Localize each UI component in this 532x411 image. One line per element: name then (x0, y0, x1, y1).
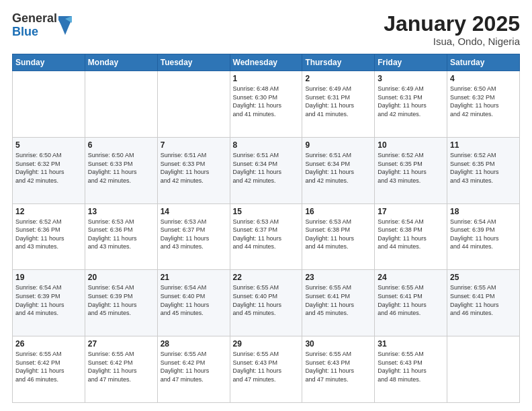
calendar-cell: 5Sunrise: 6:50 AM Sunset: 6:32 PM Daylig… (13, 137, 85, 203)
calendar-cell: 2Sunrise: 6:49 AM Sunset: 6:31 PM Daylig… (302, 71, 375, 138)
day-number: 25 (450, 273, 517, 282)
day-number: 5 (15, 140, 82, 150)
logo-text: General Blue (12, 12, 57, 39)
day-number: 22 (233, 273, 300, 282)
day-number: 7 (161, 140, 227, 150)
day-number: 18 (450, 207, 517, 216)
logo: General Blue (12, 12, 72, 39)
day-number: 27 (88, 339, 154, 349)
day-number: 21 (161, 273, 227, 282)
day-number: 13 (88, 207, 154, 216)
logo-general: General (12, 12, 57, 26)
day-number: 2 (305, 74, 371, 83)
calendar-body: 1Sunrise: 6:48 AM Sunset: 6:30 PM Daylig… (13, 71, 520, 403)
day-info: Sunrise: 6:50 AM Sunset: 6:32 PM Dayligh… (15, 151, 82, 185)
calendar-cell: 22Sunrise: 6:55 AM Sunset: 6:40 PM Dayli… (230, 270, 302, 336)
week-row-1: 5Sunrise: 6:50 AM Sunset: 6:32 PM Daylig… (13, 137, 520, 203)
day-number: 10 (378, 140, 444, 150)
day-info: Sunrise: 6:51 AM Sunset: 6:34 PM Dayligh… (233, 151, 300, 185)
week-row-3: 19Sunrise: 6:54 AM Sunset: 6:39 PM Dayli… (13, 270, 520, 336)
day-info: Sunrise: 6:53 AM Sunset: 6:38 PM Dayligh… (305, 218, 371, 251)
calendar-cell: 19Sunrise: 6:54 AM Sunset: 6:39 PM Dayli… (13, 270, 85, 336)
day-number: 15 (233, 207, 300, 216)
calendar-cell: 14Sunrise: 6:53 AM Sunset: 6:37 PM Dayli… (157, 203, 230, 270)
day-info: Sunrise: 6:54 AM Sunset: 6:38 PM Dayligh… (378, 218, 444, 251)
day-number: 30 (305, 339, 371, 349)
calendar-cell: 10Sunrise: 6:52 AM Sunset: 6:35 PM Dayli… (375, 137, 447, 203)
calendar-cell: 15Sunrise: 6:53 AM Sunset: 6:37 PM Dayli… (230, 203, 302, 270)
calendar-cell: 6Sunrise: 6:50 AM Sunset: 6:33 PM Daylig… (85, 137, 157, 203)
day-info: Sunrise: 6:55 AM Sunset: 6:41 PM Dayligh… (450, 283, 517, 317)
day-header-wednesday: Wednesday (230, 54, 302, 71)
logo-icon (58, 16, 72, 35)
day-info: Sunrise: 6:53 AM Sunset: 6:37 PM Dayligh… (233, 218, 300, 251)
calendar-cell: 17Sunrise: 6:54 AM Sunset: 6:38 PM Dayli… (375, 203, 447, 270)
day-number: 8 (233, 140, 300, 150)
calendar-cell: 25Sunrise: 6:55 AM Sunset: 6:41 PM Dayli… (447, 270, 520, 336)
calendar-cell: 27Sunrise: 6:55 AM Sunset: 6:42 PM Dayli… (85, 336, 157, 403)
page: General Blue January 2025 Isua, Ondo, Ni… (0, 0, 532, 411)
day-number: 11 (450, 140, 517, 150)
day-number: 3 (378, 74, 444, 83)
day-info: Sunrise: 6:55 AM Sunset: 6:41 PM Dayligh… (378, 283, 444, 317)
calendar-cell: 9Sunrise: 6:51 AM Sunset: 6:34 PM Daylig… (302, 137, 375, 203)
calendar-table: SundayMondayTuesdayWednesdayThursdayFrid… (12, 54, 520, 403)
day-header-monday: Monday (85, 54, 157, 71)
calendar-cell: 31Sunrise: 6:55 AM Sunset: 6:43 PM Dayli… (375, 336, 447, 403)
week-row-0: 1Sunrise: 6:48 AM Sunset: 6:30 PM Daylig… (13, 71, 520, 138)
day-info: Sunrise: 6:55 AM Sunset: 6:42 PM Dayligh… (15, 350, 82, 383)
day-info: Sunrise: 6:55 AM Sunset: 6:42 PM Dayligh… (88, 350, 154, 383)
day-info: Sunrise: 6:55 AM Sunset: 6:41 PM Dayligh… (305, 283, 371, 317)
calendar-cell: 11Sunrise: 6:52 AM Sunset: 6:35 PM Dayli… (447, 137, 520, 203)
calendar-header: SundayMondayTuesdayWednesdayThursdayFrid… (13, 54, 520, 71)
day-info: Sunrise: 6:51 AM Sunset: 6:34 PM Dayligh… (305, 151, 371, 185)
calendar-cell: 23Sunrise: 6:55 AM Sunset: 6:41 PM Dayli… (302, 270, 375, 336)
day-info: Sunrise: 6:50 AM Sunset: 6:32 PM Dayligh… (450, 85, 517, 118)
day-info: Sunrise: 6:54 AM Sunset: 6:40 PM Dayligh… (161, 283, 227, 317)
calendar-cell (13, 71, 85, 138)
day-info: Sunrise: 6:51 AM Sunset: 6:33 PM Dayligh… (161, 151, 227, 185)
day-info: Sunrise: 6:52 AM Sunset: 6:35 PM Dayligh… (378, 151, 444, 185)
calendar-cell: 18Sunrise: 6:54 AM Sunset: 6:39 PM Dayli… (447, 203, 520, 270)
day-info: Sunrise: 6:54 AM Sunset: 6:39 PM Dayligh… (15, 283, 82, 317)
day-info: Sunrise: 6:55 AM Sunset: 6:43 PM Dayligh… (305, 350, 371, 383)
day-header-tuesday: Tuesday (157, 54, 230, 71)
calendar-cell: 26Sunrise: 6:55 AM Sunset: 6:42 PM Dayli… (13, 336, 85, 403)
calendar-cell: 4Sunrise: 6:50 AM Sunset: 6:32 PM Daylig… (447, 71, 520, 138)
calendar-cell (85, 71, 157, 138)
day-number: 16 (305, 207, 371, 216)
day-info: Sunrise: 6:53 AM Sunset: 6:36 PM Dayligh… (88, 218, 154, 251)
calendar-cell (157, 71, 230, 138)
day-info: Sunrise: 6:55 AM Sunset: 6:43 PM Dayligh… (233, 350, 300, 383)
day-info: Sunrise: 6:50 AM Sunset: 6:33 PM Dayligh… (88, 151, 154, 185)
day-info: Sunrise: 6:52 AM Sunset: 6:35 PM Dayligh… (450, 151, 517, 185)
day-number: 14 (161, 207, 227, 216)
calendar-cell: 24Sunrise: 6:55 AM Sunset: 6:41 PM Dayli… (375, 270, 447, 336)
day-info: Sunrise: 6:54 AM Sunset: 6:39 PM Dayligh… (88, 283, 154, 317)
day-number: 12 (15, 207, 82, 216)
day-number: 24 (378, 273, 444, 282)
week-row-4: 26Sunrise: 6:55 AM Sunset: 6:42 PM Dayli… (13, 336, 520, 403)
day-info: Sunrise: 6:53 AM Sunset: 6:37 PM Dayligh… (161, 218, 227, 251)
calendar-cell: 8Sunrise: 6:51 AM Sunset: 6:34 PM Daylig… (230, 137, 302, 203)
day-number: 20 (88, 273, 154, 282)
day-number: 1 (233, 74, 300, 83)
day-number: 31 (378, 339, 444, 349)
calendar-cell (447, 336, 520, 403)
month-title: January 2025 (384, 12, 520, 36)
day-info: Sunrise: 6:48 AM Sunset: 6:30 PM Dayligh… (233, 85, 300, 118)
day-info: Sunrise: 6:55 AM Sunset: 6:40 PM Dayligh… (233, 283, 300, 317)
day-info: Sunrise: 6:52 AM Sunset: 6:36 PM Dayligh… (15, 218, 82, 251)
calendar-cell: 12Sunrise: 6:52 AM Sunset: 6:36 PM Dayli… (13, 203, 85, 270)
day-info: Sunrise: 6:55 AM Sunset: 6:43 PM Dayligh… (378, 350, 444, 383)
day-header-thursday: Thursday (302, 54, 375, 71)
calendar-cell: 7Sunrise: 6:51 AM Sunset: 6:33 PM Daylig… (157, 137, 230, 203)
day-number: 23 (305, 273, 371, 282)
calendar-cell: 28Sunrise: 6:55 AM Sunset: 6:42 PM Dayli… (157, 336, 230, 403)
days-header-row: SundayMondayTuesdayWednesdayThursdayFrid… (13, 54, 520, 71)
logo-blue: Blue (12, 26, 57, 39)
day-number: 9 (305, 140, 371, 150)
day-info: Sunrise: 6:49 AM Sunset: 6:31 PM Dayligh… (305, 85, 371, 118)
day-header-friday: Friday (375, 54, 447, 71)
day-header-sunday: Sunday (13, 54, 85, 71)
